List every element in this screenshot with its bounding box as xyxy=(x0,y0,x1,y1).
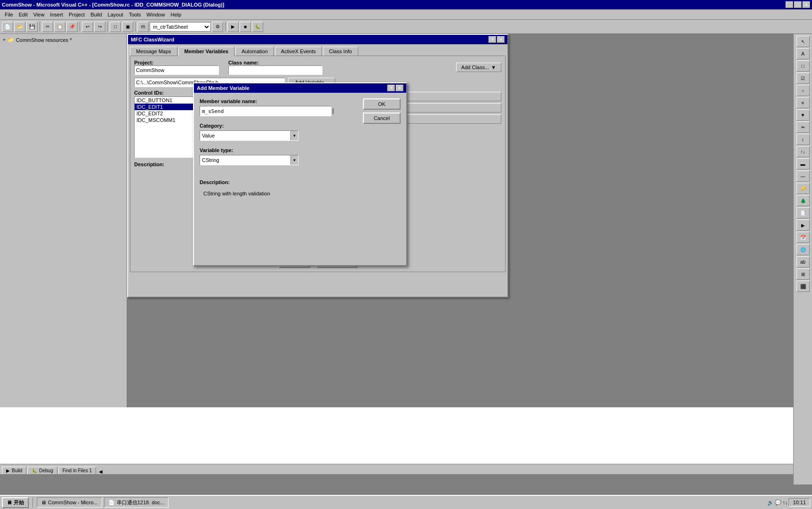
build-btn[interactable]: ▶ xyxy=(227,22,239,32)
tab-message-maps[interactable]: Message Maps xyxy=(130,47,177,56)
resource-btn[interactable]: □ xyxy=(110,22,121,32)
member-var-input[interactable] xyxy=(200,106,331,116)
menu-file[interactable]: File xyxy=(2,11,16,18)
rt-scroll[interactable]: ↕ xyxy=(796,134,810,145)
rt-ip[interactable]: 🌐 xyxy=(796,244,810,255)
dialog-title-controls: ? × xyxy=(489,36,505,43)
amv-title-bar: Add Member Variable ? × xyxy=(194,83,406,93)
taskbar: 🖥 开始 🖥 CommShow - Micro... 📄 串口通信1218. d… xyxy=(0,495,812,509)
start-icon: 🖥 xyxy=(7,500,12,505)
tab-automation[interactable]: Automation xyxy=(235,47,274,56)
menu-insert[interactable]: Insert xyxy=(47,11,66,18)
new-btn[interactable]: 📄 xyxy=(2,22,13,32)
rt-progress[interactable]: ▬ xyxy=(796,158,810,170)
tab-find-in-files[interactable]: Find in Files 1 xyxy=(58,467,96,474)
menu-build[interactable]: Build xyxy=(88,11,105,18)
tab-member-variables[interactable]: Member Variables xyxy=(178,47,235,56)
rt-grid[interactable]: ⊞ xyxy=(796,268,810,280)
undo-btn[interactable]: ↩ xyxy=(82,22,93,32)
rt-animate[interactable]: ▶ xyxy=(796,219,810,231)
project-input[interactable] xyxy=(134,65,219,75)
rt-text[interactable]: A xyxy=(796,48,810,59)
rt-combo[interactable]: ▼ xyxy=(796,109,810,121)
classname-input[interactable] xyxy=(228,65,322,75)
variable-type-label: Variable type: xyxy=(200,147,357,153)
cut-btn[interactable]: ✂ xyxy=(42,22,53,32)
stop-btn[interactable]: ■ xyxy=(240,22,251,32)
classwizard-help-btn[interactable]: ? xyxy=(489,36,496,43)
dialog-btn[interactable]: ▣ xyxy=(122,22,133,32)
category-combo-value: Value xyxy=(200,133,290,138)
add-class-btn[interactable]: Add Class... ▼ xyxy=(456,63,501,72)
debug-btn[interactable]: 🐛 xyxy=(252,22,263,32)
sep5 xyxy=(225,22,225,32)
rt-tab[interactable]: 📑 xyxy=(796,207,810,218)
amv-title-text: Add Member Variable xyxy=(197,85,387,91)
redo-btn[interactable]: ↪ xyxy=(94,22,105,32)
minimize-btn[interactable]: _ xyxy=(786,1,793,8)
amv-close-btn[interactable]: × xyxy=(396,85,403,91)
amv-form: Member variable name: Category: Value ▼ … xyxy=(200,98,357,165)
start-button[interactable]: 🖥 开始 xyxy=(2,497,29,508)
rt-list[interactable]: ≡ xyxy=(796,97,810,108)
menu-edit[interactable]: Edit xyxy=(16,11,31,18)
menu-layout[interactable]: Layout xyxy=(105,11,126,18)
title-bar: CommShow - Microsoft Visual C++ - [CommS… xyxy=(0,0,812,9)
class-combo[interactable]: m_ctrTabSheet xyxy=(150,22,211,32)
rt-spin[interactable]: ↑↓ xyxy=(796,146,810,157)
wizard-btn[interactable]: ⚙ xyxy=(212,22,223,32)
rt-slider[interactable]: — xyxy=(796,170,810,182)
right-toolbar: ↖ A □ ☑ ○ ≡ ▼ ✏ ↕ ↑↓ ▬ — 🔑 🌲 📑 ▶ 📅 🌐 ab … xyxy=(793,34,812,485)
open-btn[interactable]: 📂 xyxy=(14,22,25,32)
tab-class-info[interactable]: Class Info xyxy=(323,47,358,56)
tab-activex-events[interactable]: ActiveX Events xyxy=(275,47,322,56)
rt-radio[interactable]: ○ xyxy=(796,85,810,96)
sep4 xyxy=(135,22,136,32)
amv-ok-btn[interactable]: OK xyxy=(363,98,401,110)
classname-label: Class name: xyxy=(228,60,447,65)
build-tab-label: Build xyxy=(12,468,22,473)
menu-view[interactable]: View xyxy=(31,11,48,18)
taskbar-item-commshow[interactable]: 🖥 CommShow - Micro... xyxy=(37,497,102,508)
amv-cancel-btn[interactable]: Cancel xyxy=(363,113,401,124)
menu-window[interactable]: Window xyxy=(144,11,168,18)
rt-tree[interactable]: 🌲 xyxy=(796,195,810,206)
rt-check[interactable]: ☑ xyxy=(796,73,810,84)
tab-build[interactable]: ▶ Build xyxy=(2,467,26,474)
category-row: Value ▼ xyxy=(200,130,357,141)
rt-button[interactable]: □ xyxy=(796,60,810,72)
menu-project[interactable]: Project xyxy=(66,11,88,18)
rt-date[interactable]: 📅 xyxy=(796,232,810,243)
close-btn[interactable]: × xyxy=(803,1,810,8)
rt-ab[interactable]: ab xyxy=(796,256,810,267)
variable-type-combo-value: CString xyxy=(200,157,290,163)
tree-expand-icon[interactable]: + xyxy=(3,37,6,42)
rt-hotkey[interactable]: 🔑 xyxy=(796,183,810,194)
paste-btn[interactable]: 📌 xyxy=(66,22,78,32)
rt-custom[interactable]: ⬛ xyxy=(796,281,810,292)
tab-more[interactable]: ◀ xyxy=(99,469,103,474)
copy-btn[interactable]: 📋 xyxy=(54,22,65,32)
variable-type-combo-arrow[interactable]: ▼ xyxy=(290,155,298,165)
maximize-btn[interactable]: □ xyxy=(794,1,802,8)
amv-help-btn[interactable]: ? xyxy=(387,85,395,91)
tab-debug[interactable]: 🐛 Debug xyxy=(27,467,57,474)
menu-help[interactable]: Help xyxy=(168,11,184,18)
rt-select[interactable]: ↖ xyxy=(796,36,810,47)
debug-tab-icon: 🐛 xyxy=(32,468,37,473)
find-tab-label: Find in Files 1 xyxy=(63,468,92,473)
rt-edit[interactable]: ✏ xyxy=(796,121,810,133)
amv-description-text: CString with length validation xyxy=(200,187,401,200)
category-combo-arrow[interactable]: ▼ xyxy=(290,131,298,140)
classwizard-close-btn[interactable]: × xyxy=(497,36,505,43)
menu-bar: File Edit View Insert Project Build Layo… xyxy=(0,9,812,20)
commshow-label: CommShow - Micro... xyxy=(48,500,98,505)
save-btn[interactable]: 💾 xyxy=(26,22,38,32)
menu-tools[interactable]: Tools xyxy=(126,11,144,18)
taskbar-item-serial[interactable]: 📄 串口通信1218. doc... xyxy=(104,497,169,508)
member-var-label: Member variable name: xyxy=(200,98,357,104)
classwizard-tabs: Message Maps Member Variables Automation… xyxy=(128,44,507,56)
category-combo[interactable]: Value ▼ xyxy=(200,130,298,141)
taskbar-sep xyxy=(32,497,33,508)
variable-type-combo[interactable]: CString ▼ xyxy=(200,155,298,165)
